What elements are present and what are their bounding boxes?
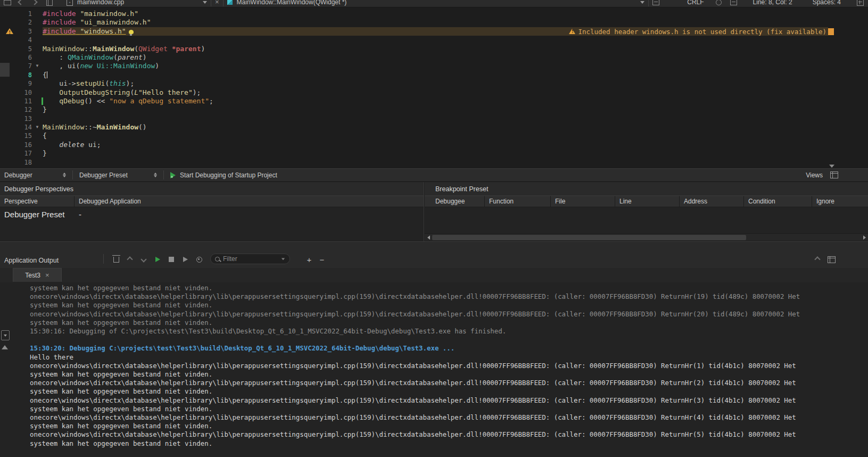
code-text: , ui(new Ui::MainWindow) — [43, 62, 828, 70]
code-line[interactable]: 2#include "ui_mainwindow.h" — [0, 18, 828, 27]
scrollbar-down-arrow-icon[interactable] — [829, 165, 834, 168]
close-document-icon[interactable]: × — [215, 0, 219, 5]
code-line[interactable]: 7▼ , ui(new Ui::MainWindow) — [0, 62, 828, 70]
clear-output-button[interactable] — [109, 255, 123, 264]
perspective-cell: Debugger Preset — [0, 210, 75, 219]
tab-close-icon[interactable]: × — [45, 271, 49, 279]
scroll-left-icon[interactable] — [425, 234, 432, 241]
code-line[interactable]: 8{ — [0, 71, 828, 79]
filter-input[interactable]: Filter — [210, 254, 290, 264]
editor-toolbar: + mainwindow.cpp × MainWindow::MainWindo… — [0, 0, 868, 7]
code-line[interactable]: 1#include "mainwindow.h" — [0, 10, 828, 18]
code-line[interactable]: 13 — [0, 115, 828, 123]
table-header-cell[interactable]: Function — [485, 196, 551, 207]
warning-icon — [569, 29, 575, 34]
gutter-warning-cell — [0, 123, 19, 132]
code-text: } — [43, 149, 828, 158]
tab-label: Test3 — [25, 272, 40, 279]
warning-icon[interactable] — [6, 28, 13, 34]
console-line: systeem kan het opgegeven bestand niet v… — [30, 439, 868, 448]
output-rail-icon[interactable] — [1, 330, 10, 340]
fold-marker-icon[interactable]: ▼ — [32, 123, 43, 132]
output-settings-button[interactable] — [192, 255, 206, 264]
console-line: systeem kan het opgegeven bestand niet v… — [30, 370, 868, 379]
debugger-combo[interactable]: Debugger — [1, 172, 69, 179]
console-line: onecore\windows\directx\database\helperl… — [30, 430, 868, 439]
run-button[interactable] — [151, 255, 164, 264]
scrollbar-warning-marker[interactable] — [828, 28, 834, 35]
table-header-cell[interactable]: File — [551, 196, 615, 207]
editor-menu-icon[interactable] — [857, 0, 864, 6]
start-debugging-button[interactable]: Start Debugging of Startup Project — [170, 172, 277, 179]
code-line[interactable]: 16 delete ui; — [0, 141, 828, 149]
output-tab-test3[interactable]: Test3 × — [13, 268, 62, 282]
annotation-icon[interactable] — [652, 0, 659, 5]
bookmark-icon[interactable] — [46, 0, 53, 6]
rerun-debug-button[interactable] — [178, 255, 192, 264]
code-line[interactable]: 11 qDebug() << "now a qDebug statement"; — [0, 97, 828, 105]
collapse-pane-button[interactable] — [811, 255, 824, 264]
code-line[interactable]: 9 ui->setupUi(this); — [0, 79, 828, 88]
sidebar-splitter-handle[interactable] — [0, 63, 10, 77]
table-header-cell[interactable]: Ignore — [812, 196, 868, 207]
gutter-warning-cell — [0, 53, 19, 62]
symbol-dropdown[interactable]: MainWindow::MainWindow(QWidget *) — [237, 0, 347, 6]
lightbulb-icon[interactable] — [129, 30, 134, 34]
forward-icon[interactable] — [31, 0, 37, 5]
code-line[interactable]: 12} — [0, 105, 828, 114]
code-line[interactable]: 14▼MainWindow::~MainWindow() — [0, 123, 828, 132]
fold-column — [32, 97, 43, 105]
zoom-in-button[interactable]: + — [303, 255, 316, 264]
table-header-cell[interactable]: Perspective — [0, 196, 75, 207]
table-header-cell[interactable]: Debuggee — [425, 196, 485, 207]
minimap-icon[interactable] — [730, 0, 737, 5]
debugger-perspectives-region: Debugger Perspectives PerspectiveDebugge… — [0, 182, 868, 241]
views-panes-icon[interactable] — [830, 172, 838, 178]
open-file-dropdown[interactable]: mainwindow.cpp — [77, 0, 203, 6]
cursor-position-label[interactable]: Line: 8, Col: 2 — [753, 0, 792, 6]
line-ending-selector[interactable]: CRLF — [687, 0, 704, 6]
scrollbar-thumb[interactable] — [432, 235, 746, 240]
code-line[interactable]: 10 OutputDebugString(L"Hello there"); — [0, 88, 828, 97]
inline-warning-text: Included header windows.h is not used di… — [578, 28, 826, 36]
stop-button[interactable] — [164, 255, 178, 264]
scroll-down-button[interactable] — [137, 255, 151, 264]
code-line[interactable]: 6 : QMainWindow(parent) — [0, 53, 828, 62]
code-line[interactable]: 18 — [0, 158, 828, 167]
table-header-cell[interactable]: Debugged Application — [75, 196, 424, 207]
scroll-right-icon[interactable] — [861, 234, 868, 241]
chevron-up-icon — [814, 256, 820, 262]
code-text: #include "mainwindow.h" — [43, 10, 828, 18]
table-header-cell[interactable]: Condition — [744, 196, 812, 207]
back-icon[interactable] — [18, 0, 23, 5]
table-header-cell[interactable]: Address — [680, 196, 744, 207]
indentation-label[interactable]: Spaces: 4 — [813, 0, 841, 6]
debugger-preset-combo[interactable]: Debugger Preset — [76, 172, 160, 179]
horizontal-scrollbar[interactable] — [425, 233, 868, 241]
code-line[interactable]: 15{ — [0, 132, 828, 140]
views-label[interactable]: Views — [806, 172, 823, 179]
scroll-up-button[interactable] — [123, 255, 137, 264]
pane-layout-button[interactable] — [824, 255, 838, 264]
gear-icon — [196, 257, 202, 263]
inline-warning-message[interactable]: Included header windows.h is not used di… — [569, 27, 826, 36]
split-window-icon[interactable] — [4, 0, 11, 5]
breakpoints-panel-title: Breakpoint Preset — [425, 182, 868, 196]
table-header-cell[interactable]: Line — [615, 196, 680, 207]
table-row[interactable]: Debugger Preset - — [0, 207, 424, 219]
output-scroll-up-icon[interactable] — [2, 345, 8, 349]
encoding-icon[interactable] — [716, 0, 722, 5]
code-line[interactable]: 4 — [0, 36, 828, 44]
fold-column — [32, 141, 43, 149]
console-output[interactable]: systeem kan het opgegeven bestand niet v… — [0, 282, 868, 457]
symbol-dropdown-caret-icon[interactable] — [640, 1, 644, 4]
code-text — [43, 36, 828, 44]
line-number: 14 — [19, 123, 32, 132]
output-tab-bar: Test3 × — [0, 268, 868, 282]
code-line[interactable]: 17} — [0, 149, 828, 158]
file-dropdown-caret-icon[interactable] — [203, 1, 207, 4]
code-line[interactable]: 5MainWindow::MainWindow(QWidget *parent) — [0, 45, 828, 53]
zoom-out-button[interactable]: − — [316, 255, 328, 264]
fold-marker-icon[interactable]: ▼ — [32, 62, 43, 70]
line-number: 9 — [19, 79, 32, 88]
